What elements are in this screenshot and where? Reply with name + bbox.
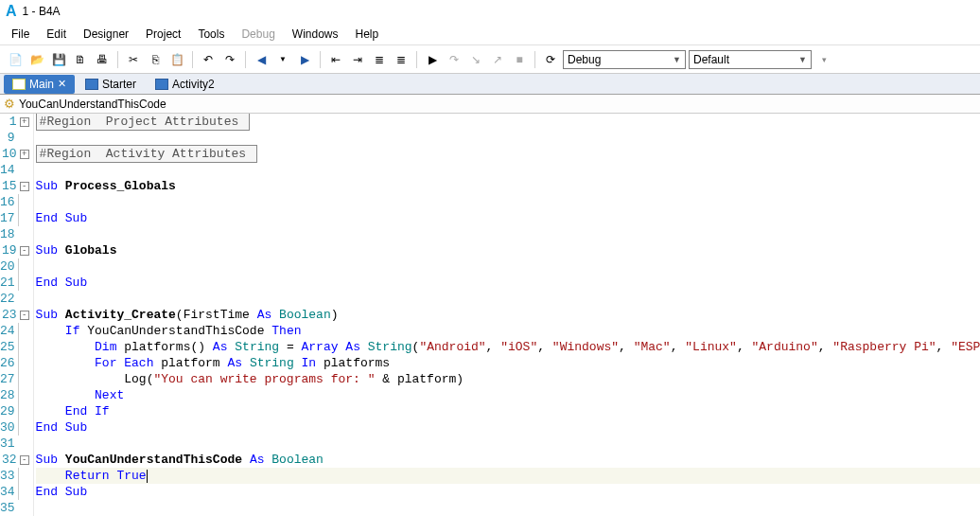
separator: [320, 51, 321, 68]
export-icon[interactable]: 🗎: [71, 50, 90, 69]
build-mode-combo[interactable]: Debug▼: [563, 50, 686, 69]
run-icon[interactable]: ▶: [423, 50, 442, 69]
code-line[interactable]: Sub YouCanUnderstandThisCode As Boolean: [36, 452, 980, 468]
fold-toggle[interactable]: +: [20, 150, 29, 159]
paste-icon[interactable]: 📋: [167, 50, 186, 69]
save-icon[interactable]: 💾: [49, 50, 68, 69]
code-line[interactable]: End Sub: [36, 419, 980, 436]
window-title: 1 - B4A: [23, 5, 61, 18]
build-config-combo[interactable]: Default▼: [689, 50, 812, 69]
step-out-icon[interactable]: ↗: [488, 50, 507, 69]
module-icon: [12, 79, 26, 90]
method-icon: ⚙: [4, 98, 15, 110]
restart-icon[interactable]: ⟳: [541, 50, 560, 69]
code-line[interactable]: End Sub: [36, 210, 980, 226]
code-line[interactable]: [36, 194, 980, 210]
comment-icon[interactable]: ≣: [370, 50, 389, 69]
nav-fwd-icon[interactable]: ▶: [295, 50, 314, 69]
code-line[interactable]: [36, 500, 980, 516]
code-line[interactable]: #Region Activity Attributes: [36, 146, 980, 162]
redo-icon[interactable]: ↷: [220, 50, 239, 69]
app-logo: A: [6, 3, 17, 20]
code-editor[interactable]: 1+910+1415-16171819-20212223-24252627282…: [0, 114, 980, 516]
separator: [117, 51, 118, 68]
fold-toggle[interactable]: -: [20, 311, 29, 320]
code-line[interactable]: If YouCanUnderstandThisCode Then: [36, 323, 980, 339]
module-icon: [155, 79, 168, 90]
region-collapsed[interactable]: #Region Project Attributes: [36, 114, 250, 131]
code-line[interactable]: [36, 436, 980, 452]
code-line[interactable]: Next: [36, 387, 980, 403]
step-into-icon[interactable]: ↘: [466, 50, 485, 69]
new-icon[interactable]: 📄: [6, 50, 25, 69]
code-line[interactable]: #Region Project Attributes: [36, 114, 980, 130]
code-line[interactable]: Sub Activity_Create(FirstTime As Boolean…: [36, 307, 980, 323]
tab-label: Starter: [102, 78, 136, 91]
fold-toggle[interactable]: -: [20, 182, 29, 191]
menu-windows[interactable]: Windows: [285, 26, 346, 43]
tab-label: Activity2: [172, 78, 215, 91]
separator: [534, 51, 535, 68]
step-over-icon[interactable]: ↷: [445, 50, 464, 69]
code-line[interactable]: [36, 130, 980, 146]
tabbar: Main✕StarterActivity2: [0, 74, 980, 95]
code-line[interactable]: End Sub: [36, 484, 980, 500]
menu-tools[interactable]: Tools: [190, 26, 232, 43]
menu-help[interactable]: Help: [348, 26, 387, 43]
titlebar: A 1 - B4A: [0, 0, 980, 23]
separator: [192, 51, 193, 68]
menu-debug: Debug: [234, 26, 282, 43]
nav-back-icon[interactable]: ◀: [252, 50, 271, 69]
close-icon[interactable]: ✕: [58, 78, 66, 90]
menu-project[interactable]: Project: [138, 26, 188, 43]
outdent-icon[interactable]: ⇤: [326, 50, 345, 69]
indent-icon[interactable]: ⇥: [348, 50, 367, 69]
code-line[interactable]: Sub Globals: [36, 242, 980, 258]
toolbar-overflow-icon[interactable]: ▾: [814, 50, 833, 69]
tab-starter[interactable]: Starter: [77, 75, 145, 94]
separator: [416, 51, 417, 68]
code-line[interactable]: For Each platform As String In platforms: [36, 355, 980, 371]
nav-dropdown-icon[interactable]: ▼: [273, 50, 292, 69]
member-path: YouCanUnderstandThisCode: [19, 98, 166, 111]
code-line[interactable]: Dim platforms() As String = Array As Str…: [36, 339, 980, 355]
fold-toggle[interactable]: +: [20, 117, 29, 127]
tab-main[interactable]: Main✕: [4, 75, 75, 94]
copy-icon[interactable]: ⎘: [146, 50, 165, 69]
menu-edit[interactable]: Edit: [39, 26, 74, 43]
uncomment-icon[interactable]: ≣: [392, 50, 411, 69]
fold-toggle[interactable]: -: [20, 455, 29, 465]
code-line[interactable]: [36, 258, 980, 275]
code-line[interactable]: [36, 291, 980, 307]
open-icon[interactable]: 📂: [27, 50, 46, 69]
toolbar: 📄 📂 💾 🗎 🖶 ✂ ⎘ 📋 ↶ ↷ ◀ ▼ ▶ ⇤ ⇥ ≣ ≣ ▶ ↷ ↘ …: [0, 45, 980, 74]
menu-designer[interactable]: Designer: [76, 26, 136, 43]
code-line[interactable]: Sub Process_Globals: [36, 178, 980, 194]
menu-file[interactable]: File: [4, 26, 37, 43]
region-collapsed[interactable]: #Region Activity Attributes: [36, 145, 257, 163]
code-line[interactable]: End If: [36, 403, 980, 419]
undo-icon[interactable]: ↶: [199, 50, 218, 69]
fold-toggle[interactable]: -: [20, 246, 29, 256]
cut-icon[interactable]: ✂: [124, 50, 143, 69]
line-gutter: 1+910+1415-16171819-20212223-24252627282…: [0, 114, 34, 516]
member-navbar[interactable]: ⚙ YouCanUnderstandThisCode: [0, 95, 980, 114]
code-line[interactable]: Log("You can write programs for: " & pla…: [36, 371, 980, 387]
tab-label: Main: [29, 78, 54, 91]
tab-activity2[interactable]: Activity2: [147, 75, 223, 94]
stop-icon[interactable]: ■: [510, 50, 529, 69]
code-line[interactable]: End Sub: [36, 275, 980, 291]
print-icon[interactable]: 🖶: [93, 50, 112, 69]
module-icon: [85, 79, 98, 90]
code-area[interactable]: #Region Project Attributes #Region Activ…: [34, 114, 980, 516]
code-line[interactable]: [36, 162, 980, 178]
code-line[interactable]: [36, 226, 980, 242]
code-line[interactable]: Return True: [36, 468, 980, 484]
menubar: FileEditDesignerProjectToolsDebugWindows…: [0, 23, 980, 45]
separator: [245, 51, 246, 68]
